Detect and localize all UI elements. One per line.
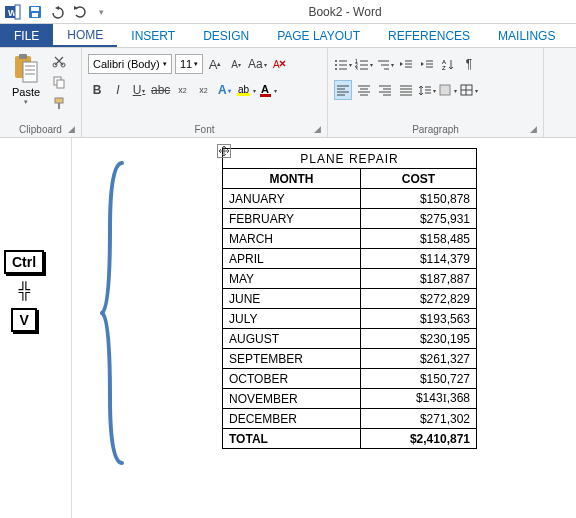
underline-button[interactable]: U▾ xyxy=(130,80,148,100)
clipboard-launcher-icon[interactable]: ◢ xyxy=(68,124,78,134)
cost-cell: $275,931 xyxy=(361,209,477,229)
table-row[interactable]: NOVEMBER$143I,368 xyxy=(223,389,477,409)
change-case-icon[interactable]: Aa▾ xyxy=(248,54,267,74)
table-move-handle-icon[interactable] xyxy=(217,144,231,158)
tab-mailings[interactable]: MAILINGS xyxy=(484,24,569,47)
format-painter-icon[interactable] xyxy=(50,94,68,112)
svg-rect-15 xyxy=(57,80,64,88)
increase-indent-icon[interactable] xyxy=(418,54,436,74)
strikethrough-button[interactable]: abc xyxy=(151,80,170,100)
month-cell: APRIL xyxy=(223,249,361,269)
line-spacing-icon[interactable]: ▾ xyxy=(418,80,436,100)
plane-repair-table[interactable]: PLANE REPAIR MONTH COST JANUARY$150,878F… xyxy=(222,148,477,449)
tab-file[interactable]: FILE xyxy=(0,24,53,47)
word-icon[interactable]: W xyxy=(4,3,22,21)
subscript-button[interactable]: x2 xyxy=(173,80,191,100)
cut-icon[interactable] xyxy=(50,52,68,70)
table-row[interactable]: APRIL$114,379 xyxy=(223,249,477,269)
total-label: TOTAL xyxy=(223,429,361,449)
table-row[interactable]: DECEMBER$271,302 xyxy=(223,409,477,429)
table-row[interactable]: AUGUST$230,195 xyxy=(223,329,477,349)
tab-references[interactable]: REFERENCES xyxy=(374,24,484,47)
tab-design[interactable]: DESIGN xyxy=(189,24,263,47)
font-size-combo[interactable]: 11▾ xyxy=(175,54,203,74)
table-row[interactable]: JUNE$272,829 xyxy=(223,289,477,309)
multilevel-list-icon[interactable]: ▾ xyxy=(376,54,394,74)
table-row[interactable]: MARCH$158,485 xyxy=(223,229,477,249)
plus-icon: ╬ xyxy=(18,282,29,300)
paste-button[interactable]: Paste ▾ xyxy=(6,50,46,112)
col-header-cost: COST xyxy=(361,169,477,189)
group-font-label: Font xyxy=(82,124,327,135)
bold-button[interactable]: B xyxy=(88,80,106,100)
paragraph-launcher-icon[interactable]: ◢ xyxy=(530,124,540,134)
month-cell: OCTOBER xyxy=(223,369,361,389)
svg-point-27 xyxy=(335,68,337,70)
table-row[interactable]: SEPTEMBER$261,327 xyxy=(223,349,477,369)
font-name-combo[interactable]: Calibri (Body)▾ xyxy=(88,54,172,74)
justify-icon[interactable] xyxy=(397,80,415,100)
align-right-icon[interactable] xyxy=(376,80,394,100)
group-paragraph: ▾ 123▾ ▾ AZ ¶ ▾ ▾ ▾ Paragraph ◢ xyxy=(328,48,544,137)
tab-insert[interactable]: INSERT xyxy=(117,24,189,47)
paste-label: Paste xyxy=(12,86,40,98)
svg-point-25 xyxy=(335,64,337,66)
italic-button[interactable]: I xyxy=(109,80,127,100)
tab-page-layout[interactable]: PAGE LAYOUT xyxy=(263,24,374,47)
quick-access-toolbar: W ▾ xyxy=(0,3,114,21)
undo-icon[interactable] xyxy=(48,3,66,21)
borders-icon[interactable]: ▾ xyxy=(460,80,478,100)
font-name-value: Calibri (Body) xyxy=(93,58,160,70)
table-title: PLANE REPAIR xyxy=(223,149,477,169)
show-marks-icon[interactable]: ¶ xyxy=(460,54,478,74)
group-paragraph-label: Paragraph xyxy=(328,124,543,135)
page[interactable]: PLANE REPAIR MONTH COST JANUARY$150,878F… xyxy=(72,138,576,518)
total-value: $2,410,871 xyxy=(361,429,477,449)
shading-icon[interactable]: ▾ xyxy=(439,80,457,100)
font-launcher-icon[interactable]: ◢ xyxy=(314,124,324,134)
cost-cell: $187,887 xyxy=(361,269,477,289)
paste-icon xyxy=(11,50,41,86)
shrink-font-icon[interactable]: A▾ xyxy=(227,54,245,74)
clear-formatting-icon[interactable]: A xyxy=(270,54,288,74)
table-row[interactable]: JULY$193,563 xyxy=(223,309,477,329)
group-clipboard: Paste ▾ Clipboard ◢ xyxy=(0,48,82,137)
ribbon-tabs: FILE HOME INSERT DESIGN PAGE LAYOUT REFE… xyxy=(0,24,576,48)
cost-cell: $150,878 xyxy=(361,189,477,209)
text-effects-icon[interactable]: A▾ xyxy=(215,80,233,100)
cost-cell: $193,563 xyxy=(361,309,477,329)
decrease-indent-icon[interactable] xyxy=(397,54,415,74)
align-center-icon[interactable] xyxy=(355,80,373,100)
numbering-icon[interactable]: 123▾ xyxy=(355,54,373,74)
font-size-value: 11 xyxy=(180,58,192,70)
grow-font-icon[interactable]: A▴ xyxy=(206,54,224,74)
svg-text:A: A xyxy=(261,83,269,95)
bullets-icon[interactable]: ▾ xyxy=(334,54,352,74)
highlight-icon[interactable]: ab▾ xyxy=(236,80,256,100)
month-cell: MARCH xyxy=(223,229,361,249)
tab-home[interactable]: HOME xyxy=(53,24,117,47)
cost-cell: $114,379 xyxy=(361,249,477,269)
font-color-icon[interactable]: A▾ xyxy=(259,80,277,100)
qat-customize-icon[interactable]: ▾ xyxy=(92,3,110,21)
sort-icon[interactable]: AZ xyxy=(439,54,457,74)
table-row[interactable]: FEBRUARY$275,931 xyxy=(223,209,477,229)
table-row[interactable]: JANUARY$150,878 xyxy=(223,189,477,209)
align-left-icon[interactable] xyxy=(334,80,352,100)
brace-shape xyxy=(100,158,130,468)
table-row[interactable]: MAY$187,887 xyxy=(223,269,477,289)
svg-point-23 xyxy=(335,60,337,62)
save-icon[interactable] xyxy=(26,3,44,21)
svg-rect-4 xyxy=(31,7,39,11)
copy-icon[interactable] xyxy=(50,73,68,91)
ribbon: Paste ▾ Clipboard ◢ Calibri (Body)▾ 11▾ … xyxy=(0,48,576,138)
svg-text:A: A xyxy=(273,59,280,70)
svg-rect-16 xyxy=(55,98,63,103)
redo-icon[interactable] xyxy=(70,3,88,21)
superscript-button[interactable]: x2 xyxy=(194,80,212,100)
svg-rect-20 xyxy=(237,93,250,96)
document-area: PLANE REPAIR MONTH COST JANUARY$150,878F… xyxy=(0,138,576,518)
month-cell: FEBRUARY xyxy=(223,209,361,229)
table-row[interactable]: OCTOBER$150,727 xyxy=(223,369,477,389)
svg-rect-17 xyxy=(58,103,60,109)
